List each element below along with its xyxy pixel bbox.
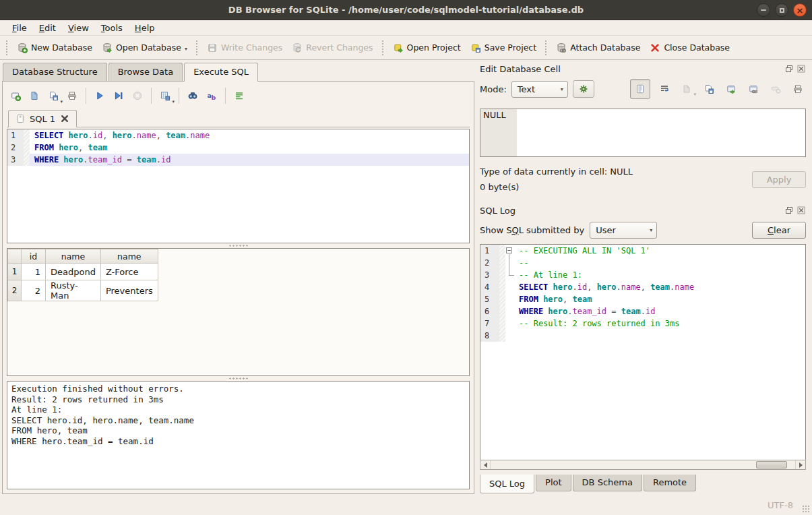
dock-close-icon[interactable]: [797, 206, 806, 215]
fold-marker[interactable]: −: [505, 245, 514, 257]
code-line[interactable]: 4SELECT hero.id, hero.name, team.name: [480, 281, 805, 293]
save-sql-file-button[interactable]: ▾: [44, 87, 62, 104]
table-cell[interactable]: 1: [22, 264, 46, 280]
tab-browse-data[interactable]: Browse Data: [108, 63, 183, 81]
scroll-left-button[interactable]: [480, 460, 491, 469]
bottom-tab-sql-log[interactable]: SQL Log: [480, 475, 534, 493]
chevron-down-icon[interactable]: ▾: [172, 99, 175, 106]
auto-apply-button[interactable]: [573, 80, 594, 98]
left-pane: Database StructureBrowse DataExecute SQL…: [0, 61, 476, 495]
open-database-button[interactable]: Open Database▾: [97, 40, 192, 56]
find-button[interactable]: [184, 87, 201, 104]
menu-help[interactable]: Help: [129, 22, 161, 34]
minimize-button[interactable]: [757, 3, 770, 17]
code-line[interactable]: 6WHERE hero.team_id = team.id: [480, 305, 805, 317]
word-wrap-button[interactable]: [656, 81, 673, 97]
sql-log-view[interactable]: 1−-- EXECUTING ALL IN 'SQL 1'2--3-- At l…: [480, 244, 806, 460]
export-to-file-button[interactable]: [701, 81, 717, 97]
mode-select[interactable]: Text ▾: [511, 81, 568, 98]
scrollbar-thumb[interactable]: [756, 461, 787, 468]
print-sql-button[interactable]: [63, 87, 81, 104]
save-project-button[interactable]: Save Project: [466, 40, 541, 56]
column-header-name[interactable]: name: [46, 249, 101, 264]
bottom-tab-plot[interactable]: Plot: [536, 475, 571, 491]
chevron-down-icon: ▾: [693, 92, 696, 98]
chevron-down-icon[interactable]: ▾: [60, 99, 63, 106]
close-button[interactable]: ×: [793, 3, 807, 17]
code-line[interactable]: 5FROM hero, team: [480, 293, 805, 305]
scrollbar-track[interactable]: [491, 460, 795, 469]
export-results-button[interactable]: ▾: [156, 87, 174, 104]
format-sql-button[interactable]: [230, 87, 248, 104]
sql-code-editor[interactable]: 1SELECT hero.id, hero.name, team.name2FR…: [7, 129, 470, 243]
column-header-id[interactable]: id: [22, 249, 46, 264]
maximize-button[interactable]: [775, 3, 788, 17]
tab-database-structure[interactable]: Database Structure: [3, 63, 107, 81]
print-cell-button[interactable]: [790, 81, 806, 97]
open-sql-file-button[interactable]: [26, 87, 43, 104]
new-sql-tab-button[interactable]: [7, 87, 24, 104]
menu-file[interactable]: File: [6, 22, 33, 34]
execute-sql-panel: ▾▾ab SQL 1 1SELECT hero.id, hero.name, t…: [2, 81, 474, 494]
svg-text:b: b: [212, 94, 216, 101]
code-line[interactable]: 2FROM hero, team: [7, 142, 469, 154]
cell-value-editor[interactable]: NULL: [480, 109, 806, 157]
column-header-name[interactable]: name: [100, 249, 158, 264]
execute-all-button[interactable]: [91, 87, 108, 104]
title-bar[interactable]: DB Browser for SQLite - /home/user/code/…: [0, 0, 812, 20]
open-project-button[interactable]: Open Project: [388, 40, 466, 56]
code-line[interactable]: 7-- Result: 2 rows returned in 3ms: [480, 317, 805, 330]
new-database-button[interactable]: New Database: [12, 40, 97, 56]
execution-status[interactable]: Execution finished without errors. Resul…: [7, 381, 470, 489]
text-mode-button[interactable]: [630, 79, 650, 99]
code-line[interactable]: 3-- At line 1:: [480, 269, 805, 281]
menu-edit[interactable]: Edit: [33, 22, 62, 34]
code-text: -- At line 1:: [514, 269, 805, 281]
row-number[interactable]: 2: [8, 280, 22, 301]
results-table[interactable]: idnamename11DeadpondZ-Force22Rusty-ManPr…: [7, 248, 470, 376]
auto-complete-button[interactable]: ab: [203, 87, 220, 104]
bottom-tab-db-schema[interactable]: DB Schema: [573, 475, 642, 491]
code-line[interactable]: 2--: [480, 257, 805, 269]
tab-execute-sql[interactable]: Execute SQL: [184, 63, 258, 82]
line-number: 7: [480, 317, 499, 330]
dock-float-icon[interactable]: [784, 206, 794, 215]
menu-view[interactable]: View: [62, 22, 95, 34]
toolbar-grip[interactable]: [5, 40, 9, 55]
sql-tab[interactable]: SQL 1: [8, 110, 77, 127]
table-cell[interactable]: Preventers: [100, 280, 158, 301]
editor-results-splitter[interactable]: [7, 243, 470, 248]
submitter-select[interactable]: User ▾: [590, 222, 657, 239]
dock-float-icon[interactable]: [784, 64, 794, 73]
dock-close-icon[interactable]: [797, 64, 806, 73]
chevron-down-icon[interactable]: ▾: [185, 46, 187, 53]
execute-current-line-button[interactable]: [110, 87, 127, 104]
table-cell[interactable]: Rusty-Man: [46, 280, 101, 301]
gutter: [499, 305, 505, 317]
gutter: [24, 142, 30, 154]
close-database-button[interactable]: Close Database: [645, 40, 735, 56]
open-in-external-button[interactable]: [723, 81, 739, 97]
maximize-icon: [780, 8, 784, 13]
stop-icon: [132, 90, 143, 101]
table-cell[interactable]: 2: [22, 280, 46, 301]
table-cell[interactable]: Z-Force: [100, 264, 158, 280]
clear-button[interactable]: Clear: [752, 222, 806, 239]
code-line[interactable]: 8: [480, 330, 805, 342]
bottom-tab-remote[interactable]: Remote: [644, 475, 696, 491]
results-status-splitter[interactable]: [7, 376, 470, 381]
row-number[interactable]: 1: [8, 264, 22, 280]
code-line[interactable]: 3WHERE hero.team_id = team.id: [7, 154, 469, 166]
code-text: WHERE hero.team_id = team.id: [514, 305, 805, 317]
attach-database-button[interactable]: Attach Database: [551, 40, 645, 56]
copy-as-link-button[interactable]: [745, 81, 761, 97]
bottom-tab-bar: SQL LogPlotDB SchemaRemote: [480, 475, 806, 495]
resize-grip[interactable]: [802, 505, 810, 513]
menu-tools[interactable]: Tools: [95, 22, 129, 34]
code-line[interactable]: 1−-- EXECUTING ALL IN 'SQL 1': [480, 245, 805, 257]
sql-log-dock-buttons: [784, 206, 806, 215]
table-cell[interactable]: Deadpond: [46, 264, 101, 280]
scroll-right-button[interactable]: [795, 460, 805, 469]
sql-tab-close-icon[interactable]: [59, 113, 70, 124]
code-line[interactable]: 1SELECT hero.id, hero.name, team.name: [7, 129, 469, 142]
